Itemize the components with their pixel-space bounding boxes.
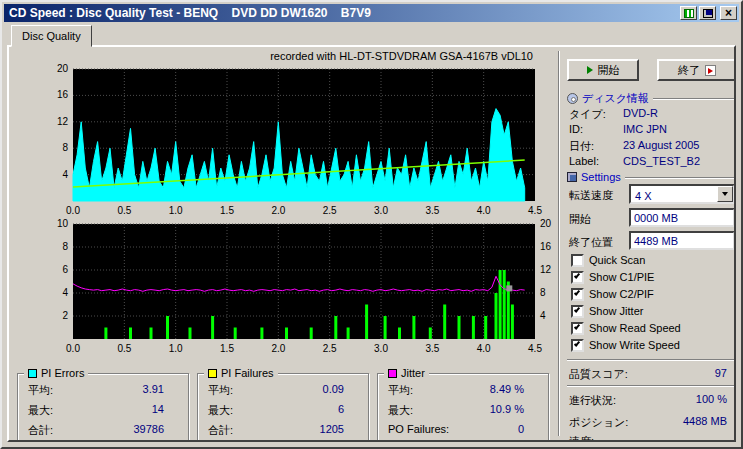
disc-info-header: ディスク情報 xyxy=(567,91,736,106)
date-label: 日付: xyxy=(569,139,623,154)
tab-disc-quality[interactable]: Disc Quality xyxy=(11,25,92,47)
date-value: 23 August 2005 xyxy=(623,139,699,154)
legend-row: 最大: 10.9 % xyxy=(388,403,524,418)
svg-text:8: 8 xyxy=(62,142,68,153)
checkbox-show-read-speed[interactable]: Show Read Speed xyxy=(571,321,681,335)
save-button[interactable] xyxy=(699,6,716,20)
checkbox-show-c2-pif[interactable]: Show C2/PIF xyxy=(571,287,654,301)
checkbox-box xyxy=(571,288,584,301)
speed-value: 4 X xyxy=(631,189,656,203)
start-button-label: 開始 xyxy=(598,63,620,78)
max-label: 最大: xyxy=(388,403,413,418)
total-label: 合計: xyxy=(208,423,233,438)
svg-text:2.5: 2.5 xyxy=(323,343,337,354)
avg-label: 平均: xyxy=(28,383,53,398)
type-label: タイプ: xyxy=(569,107,623,122)
checkbox-box xyxy=(571,305,584,318)
progress-value: 100 % xyxy=(696,393,727,408)
checkbox-label: Show C2/PIF xyxy=(589,288,654,300)
checkbox-label: Show C1/PIE xyxy=(589,271,654,283)
svg-text:1.5: 1.5 xyxy=(220,343,234,354)
check-icon xyxy=(574,289,580,296)
copy-graph-button[interactable] xyxy=(680,6,697,20)
speed-row: 速度: xyxy=(569,434,727,442)
check-icon xyxy=(574,323,580,330)
end-position-input[interactable] xyxy=(629,231,735,250)
label-value: CDS_TEST_B2 xyxy=(623,155,700,167)
svg-text:12: 12 xyxy=(57,116,69,127)
disc-quality-panel: recorded with HL-DT-STDVDRAM GSA-4167B v… xyxy=(7,45,736,442)
pi-errors-swatch xyxy=(28,369,37,378)
jitter-legend: Jitter 平均: 8.49 % 最大: 10.9 % PO Failures… xyxy=(377,373,549,441)
svg-text:2.5: 2.5 xyxy=(323,205,337,216)
legend-title-text: Jitter xyxy=(401,367,425,379)
jitter-swatch xyxy=(388,369,397,378)
legend-row: 最大: 14 xyxy=(28,403,164,418)
start-button[interactable]: 開始 xyxy=(567,59,639,81)
legend-title-text: PI Failures xyxy=(221,367,274,379)
svg-text:4: 4 xyxy=(62,169,68,180)
checkbox-box xyxy=(571,322,584,335)
max-value: 14 xyxy=(152,403,164,418)
close-button[interactable]: × xyxy=(720,6,737,20)
id-label: ID: xyxy=(569,123,623,135)
svg-text:4.0: 4.0 xyxy=(477,343,491,354)
avg-value: 0.09 xyxy=(323,383,344,398)
checkbox-box xyxy=(571,339,584,352)
start-position-input[interactable] xyxy=(629,208,735,227)
svg-text:10: 10 xyxy=(57,219,69,229)
svg-text:0.0: 0.0 xyxy=(66,343,80,354)
svg-text:2.0: 2.0 xyxy=(271,205,285,216)
avg-value: 8.49 % xyxy=(490,383,524,398)
app-window: CD Speed : Disc Quality Test - BENQ DVD … xyxy=(0,0,743,449)
speed-select[interactable]: 4 X xyxy=(629,184,735,204)
progress-row: 進行状況: 100 % xyxy=(569,393,727,408)
legend-row: 最大: 6 xyxy=(208,403,344,418)
svg-text:4.5: 4.5 xyxy=(528,205,542,216)
max-label: 最大: xyxy=(208,403,233,418)
svg-text:1.0: 1.0 xyxy=(169,343,183,354)
svg-text:8: 8 xyxy=(540,287,546,298)
pi-failures-legend: PI Failures 平均: 0.09 最大: 6 合計: 1205 xyxy=(197,373,369,441)
svg-text:20: 20 xyxy=(540,219,552,229)
avg-value: 3.91 xyxy=(143,383,164,398)
settings-title: Settings xyxy=(581,171,621,183)
separator xyxy=(567,385,736,387)
svg-text:1.0: 1.0 xyxy=(169,205,183,216)
floppy-disk-icon xyxy=(703,9,713,18)
legend-row: 平均: 8.49 % xyxy=(388,383,524,398)
legend-row: 平均: 3.91 xyxy=(28,383,164,398)
legend-title-text: PI Errors xyxy=(41,367,84,379)
checkbox-show-c1-pie[interactable]: Show C1/PIE xyxy=(571,270,654,284)
position-row: ポジション: 4488 MB xyxy=(569,415,727,430)
avg-label: 平均: xyxy=(388,383,413,398)
disc-id-row: ID: IMC JPN xyxy=(569,123,736,135)
progress-label: 進行状況: xyxy=(569,393,616,408)
titlebar-buttons: × xyxy=(680,6,737,20)
exit-button[interactable]: 終了 xyxy=(657,59,736,81)
quality-score-value: 97 xyxy=(715,367,727,382)
settings-header: Settings xyxy=(567,171,736,183)
max-value: 6 xyxy=(338,403,344,418)
play-icon xyxy=(587,66,593,74)
svg-text:0.5: 0.5 xyxy=(117,205,131,216)
pi-errors-legend: PI Errors 平均: 3.91 最大: 14 合計: 39786 xyxy=(17,373,189,441)
separator xyxy=(567,359,736,361)
title-bar[interactable]: CD Speed : Disc Quality Test - BENQ DVD … xyxy=(4,4,739,22)
checkbox-quick-scan[interactable]: Quick Scan xyxy=(571,253,645,267)
checkbox-show-write-speed[interactable]: Show Write Speed xyxy=(571,338,680,352)
check-icon xyxy=(574,272,580,279)
dropdown-arrow-button[interactable] xyxy=(717,186,733,202)
svg-text:0.0: 0.0 xyxy=(66,205,80,216)
svg-text:3.0: 3.0 xyxy=(374,343,388,354)
checkbox-show-jitter[interactable]: Show Jitter xyxy=(571,304,643,318)
chart-icon xyxy=(684,9,694,18)
svg-text:3.0: 3.0 xyxy=(374,205,388,216)
disc-icon xyxy=(567,93,578,104)
exit-door-icon xyxy=(705,65,716,76)
window-title: CD Speed : Disc Quality Test - BENQ DVD … xyxy=(9,6,371,20)
quality-score-row: 品質スコア: 97 xyxy=(569,367,727,382)
svg-text:6: 6 xyxy=(62,264,68,275)
disc-date-row: 日付: 23 August 2005 xyxy=(569,139,736,154)
checkbox-box xyxy=(571,254,584,267)
